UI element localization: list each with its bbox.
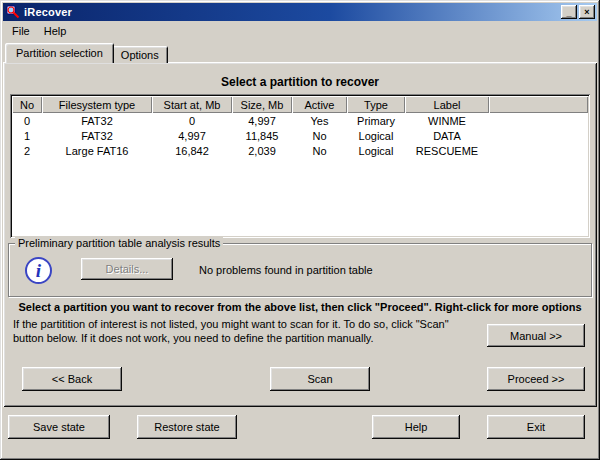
cell-no: 1 [12,128,42,143]
restore-state-button[interactable]: Restore state [137,415,237,439]
column-header-filler [489,96,588,113]
tab-strip: Partition selection Options [5,43,168,63]
menu-help[interactable]: Help [37,23,74,39]
analysis-result-text: No problems found in partition table [199,264,373,276]
partition-selection-panel: Select a partition to recover No Filesys… [3,62,597,407]
cell-label: WINME [405,113,489,128]
app-window: iRecover _ × File Help Partition selecti… [0,0,600,460]
table-row[interactable]: 2 Large FAT16 16,842 2,039 No Logical RE… [12,143,588,158]
exit-button[interactable]: Exit [487,415,585,439]
save-state-button[interactable]: Save state [8,415,110,439]
table-row[interactable]: 0 FAT32 0 4,997 Yes Primary WINME [12,113,588,128]
scan-button[interactable]: Scan [270,367,370,391]
tab-partition-selection[interactable]: Partition selection [5,43,114,63]
instruction-bold-text: Select a partition you want to recover f… [3,301,597,313]
help-button[interactable]: Help [372,415,460,439]
column-header-no[interactable]: No [12,96,42,113]
cell-filesystem: FAT32 [42,128,152,143]
close-button[interactable]: × [579,5,595,19]
info-icon: i [25,257,52,284]
table-row[interactable]: 1 FAT32 4,997 11,845 No Logical DATA [12,128,588,143]
column-header-start[interactable]: Start at, Mb [152,96,232,113]
column-header-type[interactable]: Type [347,96,405,113]
cell-filesystem: Large FAT16 [42,143,152,158]
cell-filesystem: FAT32 [42,113,152,128]
page-title: Select a partition to recover [3,75,597,89]
cell-size: 2,039 [232,143,292,158]
cell-active: No [292,128,347,143]
proceed-button[interactable]: Proceed >> [487,367,585,391]
manual-button[interactable]: Manual >> [487,324,585,347]
details-button[interactable]: Details... [81,258,173,280]
cell-active: No [292,143,347,158]
back-button[interactable]: << Back [22,367,122,391]
menu-bar: File Help [3,21,597,40]
cell-size: 4,997 [232,113,292,128]
cell-label: RESCUEME [405,143,489,158]
instruction-paragraph: If the partitition of interest is not li… [13,317,481,345]
cell-size: 11,845 [232,128,292,143]
magnifier-app-icon [6,5,20,19]
analysis-groupbox: Preliminary partition table analysis res… [8,243,592,297]
cell-start: 4,997 [152,128,232,143]
groupbox-title: Preliminary partition table analysis res… [15,237,223,249]
menu-file[interactable]: File [5,23,37,39]
cell-label: DATA [405,128,489,143]
table-header: No Filesystem type Start at, Mb Size, Mb… [12,96,588,113]
cell-no: 0 [12,113,42,128]
window-title: iRecover [24,6,559,18]
cell-type: Primary [347,113,405,128]
cell-type: Logical [347,128,405,143]
minimize-button[interactable]: _ [561,5,577,19]
title-bar[interactable]: iRecover _ × [3,3,597,21]
tab-options[interactable]: Options [112,46,168,63]
partition-list[interactable]: No Filesystem type Start at, Mb Size, Mb… [10,94,590,238]
cell-no: 2 [12,143,42,158]
cell-active: Yes [292,113,347,128]
column-header-size[interactable]: Size, Mb [232,96,292,113]
column-header-filesystem[interactable]: Filesystem type [42,96,152,113]
column-header-active[interactable]: Active [292,96,347,113]
cell-type: Logical [347,143,405,158]
column-header-label[interactable]: Label [405,96,489,113]
cell-start: 16,842 [152,143,232,158]
cell-start: 0 [152,113,232,128]
